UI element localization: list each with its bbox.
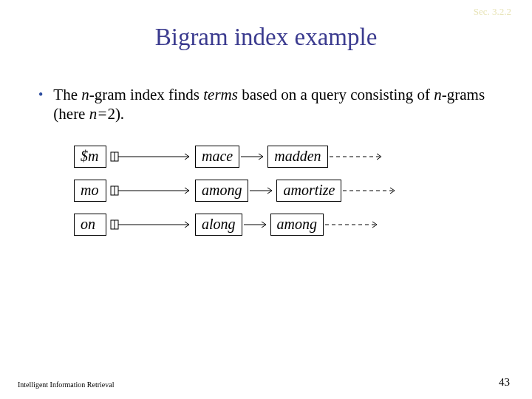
dashed-arrow-icon [324,216,383,233]
bt-m4: 2). [107,105,124,123]
arrow-icon [106,216,195,233]
arrow-icon [248,182,276,200]
section-ref: Sec. 3.2.2 [474,6,511,18]
bullet-block: • The n-gram index finds terms based on … [38,85,502,123]
arrow-icon [106,182,195,200]
term-box: among [270,214,324,236]
bt-i1: n [81,86,89,103]
footer-text: Intelligent Information Retrieval [18,381,115,389]
arrow-icon [239,148,267,166]
bt-i3: n [434,86,442,103]
arrow-icon [242,216,270,233]
dashed-arrow-icon [328,148,387,166]
chain-row: $m mace madden [74,144,532,169]
page-number: 43 [499,376,510,389]
bt-m2: based on a query consisting of [238,86,434,103]
term-box: along [195,214,242,236]
bt-pre: The [53,86,81,103]
term-box: among [195,180,248,202]
bullet-icon: • [38,86,43,103]
posting-list-diagram: $m mace madden mo [74,144,532,237]
arrow-icon [106,148,195,166]
bigram-key: on [74,214,106,236]
page-title: Bigram index example [0,24,532,51]
term-box: amortize [276,180,341,202]
dashed-arrow-icon [341,182,400,200]
chain-row: on along among [74,212,532,237]
bt-i2: terms [203,86,238,103]
bigram-key: mo [74,180,106,202]
bt-i4: n= [89,105,108,123]
bullet-text: The n-gram index finds terms based on a … [53,85,502,123]
term-box: madden [267,146,327,168]
chain-row: mo among amortize [74,178,532,203]
term-box: mace [195,146,239,168]
bt-m1: -gram index finds [89,86,204,103]
bigram-key: $m [74,146,106,168]
